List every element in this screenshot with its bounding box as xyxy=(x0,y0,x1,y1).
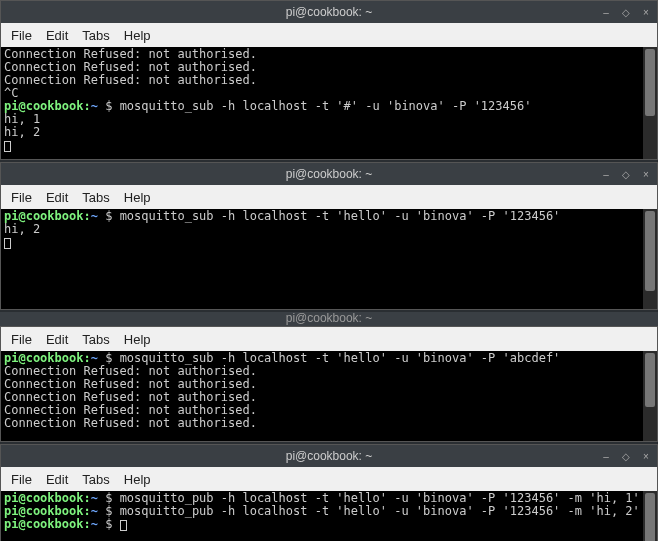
menu-help[interactable]: Help xyxy=(124,28,151,43)
terminal-line xyxy=(4,139,640,152)
scrollbar[interactable] xyxy=(643,351,657,441)
terminal-window: FileEditTabsHelppi@cookbook:~ $ mosquitt… xyxy=(0,326,658,442)
scrollbar-thumb[interactable] xyxy=(645,211,655,291)
terminal-line: pi@cookbook:~ $ mosquitto_sub -h localho… xyxy=(4,100,640,113)
terminal-line: hi, 2 xyxy=(4,126,640,139)
terminal-line: pi@cookbook:~ $ mosquitto_sub -h localho… xyxy=(4,210,640,223)
titlebar[interactable]: pi@cookbook: ~–◇× xyxy=(1,163,657,185)
window-title: pi@cookbook: ~ xyxy=(286,167,373,181)
terminal-line: hi, 1 xyxy=(4,113,640,126)
prompt-path: ~ xyxy=(91,351,98,365)
menu-tabs[interactable]: Tabs xyxy=(82,28,109,43)
command-text: mosquitto_pub -h localhost -t 'hello' -u… xyxy=(112,504,639,518)
scrollbar[interactable] xyxy=(643,209,657,309)
prompt-path: ~ xyxy=(91,491,98,505)
maximize-icon[interactable]: ◇ xyxy=(621,169,631,180)
prompt-path: ~ xyxy=(91,99,98,113)
cursor-icon xyxy=(4,141,11,152)
scrollbar[interactable] xyxy=(643,47,657,159)
command-text: mosquitto_sub -h localhost -t '#' -u 'bi… xyxy=(112,99,531,113)
maximize-icon[interactable]: ◇ xyxy=(621,7,631,18)
prompt-user: pi@cookbook xyxy=(4,351,83,365)
menu-help[interactable]: Help xyxy=(124,472,151,487)
terminal-line xyxy=(4,236,640,249)
window-controls: –◇× xyxy=(601,451,651,462)
menu-tabs[interactable]: Tabs xyxy=(82,472,109,487)
menu-edit[interactable]: Edit xyxy=(46,472,68,487)
minimize-icon[interactable]: – xyxy=(601,451,611,462)
scrollbar-thumb[interactable] xyxy=(645,353,655,407)
menubar: FileEditTabsHelp xyxy=(1,185,657,209)
prompt-user: pi@cookbook xyxy=(4,504,83,518)
terminal-window: pi@cookbook: ~–◇×FileEditTabsHelpConnect… xyxy=(0,0,658,160)
terminal-output[interactable]: pi@cookbook:~ $ mosquitto_pub -h localho… xyxy=(1,491,643,541)
menu-tabs[interactable]: Tabs xyxy=(82,332,109,347)
terminal-window: pi@cookbook: ~–◇×FileEditTabsHelppi@cook… xyxy=(0,444,658,541)
prompt-user: pi@cookbook xyxy=(4,209,83,223)
close-icon[interactable]: × xyxy=(641,451,651,462)
menu-help[interactable]: Help xyxy=(124,190,151,205)
command-text: mosquitto_pub -h localhost -t 'hello' -u… xyxy=(112,491,639,505)
terminal-output[interactable]: Connection Refused: not authorised.Conne… xyxy=(1,47,643,159)
command-text: mosquitto_sub -h localhost -t 'hello' -u… xyxy=(112,209,560,223)
window-title-partial: pi@cookbook: ~ xyxy=(0,312,658,326)
close-icon[interactable]: × xyxy=(641,169,651,180)
titlebar[interactable]: pi@cookbook: ~–◇× xyxy=(1,445,657,467)
prompt-user: pi@cookbook xyxy=(4,99,83,113)
prompt-user: pi@cookbook xyxy=(4,517,83,531)
minimize-icon[interactable]: – xyxy=(601,169,611,180)
window-title: pi@cookbook: ~ xyxy=(286,5,373,19)
prompt-path: ~ xyxy=(91,504,98,518)
window-title: pi@cookbook: ~ xyxy=(286,449,373,463)
terminal-output[interactable]: pi@cookbook:~ $ mosquitto_sub -h localho… xyxy=(1,351,643,441)
menu-edit[interactable]: Edit xyxy=(46,28,68,43)
command-text: mosquitto_sub -h localhost -t 'hello' -u… xyxy=(112,351,560,365)
scrollbar-thumb[interactable] xyxy=(645,49,655,116)
prompt-user: pi@cookbook xyxy=(4,491,83,505)
menubar: FileEditTabsHelp xyxy=(1,467,657,491)
minimize-icon[interactable]: – xyxy=(601,7,611,18)
command-text xyxy=(112,517,119,531)
terminal-line: pi@cookbook:~ $ xyxy=(4,518,640,531)
menu-file[interactable]: File xyxy=(11,190,32,205)
menubar: FileEditTabsHelp xyxy=(1,327,657,351)
menu-file[interactable]: File xyxy=(11,472,32,487)
scrollbar[interactable] xyxy=(643,491,657,541)
scrollbar-thumb[interactable] xyxy=(645,493,655,541)
titlebar[interactable]: pi@cookbook: ~–◇× xyxy=(1,1,657,23)
maximize-icon[interactable]: ◇ xyxy=(621,451,631,462)
menu-file[interactable]: File xyxy=(11,28,32,43)
menu-help[interactable]: Help xyxy=(124,332,151,347)
menu-tabs[interactable]: Tabs xyxy=(82,190,109,205)
terminal-output[interactable]: pi@cookbook:~ $ mosquitto_sub -h localho… xyxy=(1,209,643,309)
terminal-line: hi, 2 xyxy=(4,223,640,236)
window-controls: –◇× xyxy=(601,7,651,18)
menu-file[interactable]: File xyxy=(11,332,32,347)
menu-edit[interactable]: Edit xyxy=(46,190,68,205)
window-controls: –◇× xyxy=(601,169,651,180)
terminal-line: Connection Refused: not authorised. xyxy=(4,417,640,430)
menu-edit[interactable]: Edit xyxy=(46,332,68,347)
cursor-icon xyxy=(4,238,11,249)
terminal-line: Connection Refused: not authorised. xyxy=(4,74,640,87)
prompt-path: ~ xyxy=(91,517,98,531)
prompt-path: ~ xyxy=(91,209,98,223)
menubar: FileEditTabsHelp xyxy=(1,23,657,47)
terminal-window: pi@cookbook: ~–◇×FileEditTabsHelppi@cook… xyxy=(0,162,658,310)
close-icon[interactable]: × xyxy=(641,7,651,18)
cursor-icon xyxy=(120,520,127,531)
